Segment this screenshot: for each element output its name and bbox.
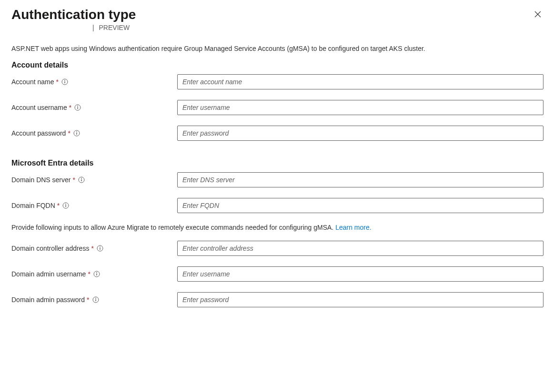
domain-admin-password-input[interactable]	[177, 292, 543, 307]
label-account-password: Account password *	[11, 129, 177, 137]
domain-dns-input[interactable]	[177, 172, 543, 187]
label-account-username: Account username *	[11, 104, 177, 111]
field-row-domain-dns: Domain DNS server *	[11, 172, 543, 187]
svg-rect-8	[76, 133, 77, 135]
field-label-text: Account name	[11, 78, 54, 86]
label-domain-dns: Domain DNS server *	[11, 176, 177, 184]
required-marker: *	[87, 296, 89, 304]
info-icon[interactable]	[78, 176, 85, 183]
breadcrumb-separator: |	[92, 24, 94, 31]
svg-rect-17	[100, 248, 100, 250]
svg-point-13	[65, 204, 66, 205]
field-label-text: Account username	[11, 104, 67, 111]
field-row-account-password: Account password *	[11, 126, 543, 141]
helper-text-content: Provide following inputs to allow Azure …	[11, 224, 335, 231]
field-row-domain-fqdn: Domain FQDN *	[11, 198, 543, 213]
authentication-type-blade: Authentication type | PREVIEW ASP.NET we…	[0, 0, 553, 327]
label-domain-controller: Domain controller address *	[11, 245, 177, 252]
blade-description: ASP.NET web apps using Windows authentic…	[11, 45, 543, 52]
section-heading-entra: Microsoft Entra details	[11, 159, 543, 167]
svg-point-1	[64, 80, 65, 81]
title-block: Authentication type | PREVIEW	[11, 7, 136, 31]
required-marker: *	[68, 129, 70, 137]
info-icon[interactable]	[61, 78, 68, 85]
field-label-text: Domain admin username	[11, 270, 86, 278]
required-marker: *	[72, 176, 75, 184]
section-heading-account: Account details	[11, 61, 543, 69]
info-icon[interactable]	[92, 296, 99, 303]
close-button[interactable]	[532, 9, 543, 20]
domain-controller-input[interactable]	[177, 241, 543, 256]
label-account-name: Account name *	[11, 78, 177, 86]
svg-rect-20	[96, 274, 97, 275]
svg-point-10	[81, 178, 82, 179]
field-row-domain-admin-password: Domain admin password *	[11, 292, 543, 307]
breadcrumb: | PREVIEW	[11, 24, 136, 31]
field-label-text: Domain DNS server	[11, 176, 70, 184]
required-marker: *	[88, 270, 90, 278]
svg-point-19	[96, 272, 97, 273]
svg-rect-14	[66, 205, 66, 207]
field-row-account-name: Account name *	[11, 74, 543, 89]
svg-point-16	[100, 246, 101, 247]
field-label-text: Account password	[11, 129, 66, 137]
field-label-text: Domain admin password	[11, 296, 85, 304]
field-row-domain-controller: Domain controller address *	[11, 241, 543, 256]
domain-admin-username-input[interactable]	[177, 266, 543, 282]
blade-header: Authentication type | PREVIEW	[11, 7, 543, 31]
info-icon[interactable]	[97, 245, 103, 252]
account-username-input[interactable]	[177, 100, 543, 115]
close-icon	[534, 10, 542, 18]
label-domain-admin-username: Domain admin username *	[11, 270, 177, 278]
svg-rect-2	[64, 81, 65, 83]
field-row-account-username: Account username *	[11, 100, 543, 115]
field-label-text: Domain controller address	[11, 245, 89, 252]
field-row-domain-admin-username: Domain admin username *	[11, 266, 543, 282]
label-domain-admin-password: Domain admin password *	[11, 296, 177, 304]
info-icon[interactable]	[93, 271, 100, 277]
svg-rect-23	[95, 299, 96, 301]
svg-point-7	[76, 131, 77, 132]
label-domain-fqdn: Domain FQDN *	[11, 202, 177, 209]
required-marker: *	[57, 202, 60, 209]
required-marker: *	[69, 104, 71, 111]
svg-point-22	[95, 298, 96, 299]
required-marker: *	[56, 78, 59, 86]
info-icon[interactable]	[62, 202, 69, 209]
account-name-input[interactable]	[177, 74, 543, 89]
svg-rect-11	[81, 179, 81, 181]
page-title: Authentication type	[11, 7, 136, 23]
learn-more-link[interactable]: Learn more.	[335, 224, 371, 231]
account-password-input[interactable]	[177, 126, 543, 141]
info-icon[interactable]	[74, 104, 81, 111]
field-label-text: Domain FQDN	[11, 202, 55, 209]
preview-badge: PREVIEW	[99, 24, 130, 31]
svg-rect-5	[77, 107, 78, 109]
entra-helper-text: Provide following inputs to allow Azure …	[11, 224, 543, 231]
svg-point-4	[77, 106, 78, 107]
info-icon[interactable]	[73, 130, 80, 137]
domain-fqdn-input[interactable]	[177, 198, 543, 213]
required-marker: *	[91, 245, 93, 252]
